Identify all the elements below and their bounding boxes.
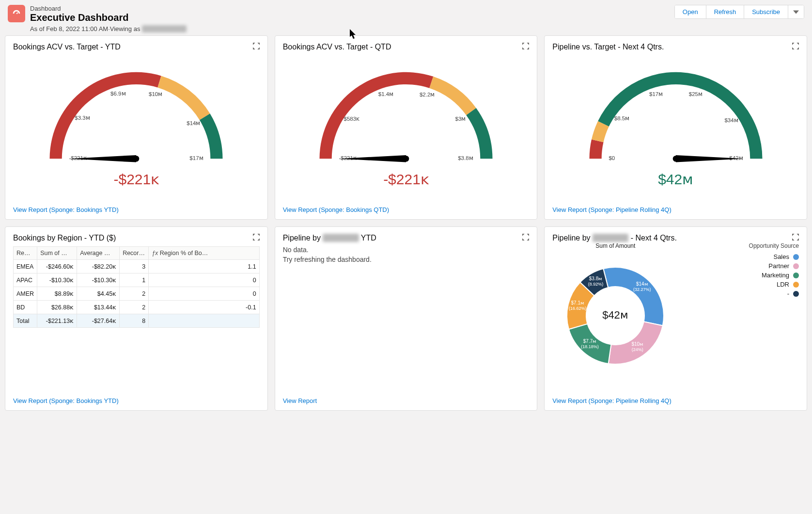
svg-text:$17ᴍ: $17ᴍ (649, 91, 663, 97)
legend-item[interactable]: Sales (683, 252, 799, 261)
gauge-chart: $0$8.5ᴍ$17ᴍ$25ᴍ$34ᴍ$42ᴍ $42ᴍ (552, 54, 799, 188)
card-bookings-by-region: Bookings by Region - YTD ($) Re… Sum of … (5, 226, 268, 411)
legend-item[interactable]: Marketing (683, 271, 799, 280)
chevron-down-icon (793, 9, 799, 15)
card-title: Pipeline by redacted - Next 4 Qtrs. (552, 234, 677, 242)
svg-text:$1.4ᴍ: $1.4ᴍ (378, 91, 393, 97)
header-actions: Open Refresh Subscribe (674, 5, 804, 19)
expand-icon[interactable] (253, 234, 260, 242)
th-pct[interactable]: ƒx Region % of Bo… (149, 247, 260, 260)
card-bookings-ytd: Bookings ACV vs. Target - YTD -$221ᴋ$3.3… (5, 35, 268, 220)
legend-title: Opportunity Source (683, 242, 799, 249)
expand-icon[interactable] (522, 234, 529, 242)
region-table: Re… Sum of … Average … Recor… ƒx Region … (13, 246, 260, 328)
svg-text:$7.1ᴍ: $7.1ᴍ (571, 300, 584, 305)
svg-text:$3.8ᴍ: $3.8ᴍ (458, 155, 473, 161)
svg-text:$0: $0 (609, 155, 615, 161)
donut-chart: $14ᴍ(32.27%)$10ᴍ(24%)$7.7ᴍ(18.18%)$7.1ᴍ(… (552, 250, 678, 376)
view-report-link[interactable]: View Report (Sponge: Bookings YTD) (13, 206, 119, 213)
gauge-value: -$221ᴋ (113, 171, 159, 188)
svg-text:$17ᴍ: $17ᴍ (190, 155, 203, 161)
svg-text:$583ᴋ: $583ᴋ (344, 116, 360, 122)
table-row[interactable]: EMEA -$246.60ᴋ-$82.20ᴋ31.1 (14, 260, 260, 273)
svg-text:$34ᴍ: $34ᴍ (724, 117, 738, 123)
svg-text:$3.8ᴍ: $3.8ᴍ (589, 276, 602, 281)
card-title: Pipeline by redacted YTD (283, 234, 376, 242)
svg-text:(8.92%): (8.92%) (588, 282, 604, 287)
legend: Opportunity Source SalesPartnerMarketing… (683, 242, 799, 298)
th-region[interactable]: Re… (14, 247, 37, 260)
expand-icon[interactable] (792, 43, 799, 51)
legend-item[interactable]: LDR (683, 280, 799, 289)
svg-text:$10ᴍ: $10ᴍ (149, 91, 162, 97)
gauge-value: $42ᴍ (658, 171, 693, 188)
view-report-link[interactable]: View Report (Sponge: Pipeline Rolling 4Q… (552, 397, 671, 404)
gauge-chart: -$221ᴋ$583ᴋ$1.4ᴍ$2.2ᴍ$3ᴍ$3.8ᴍ -$221ᴋ (283, 54, 530, 188)
page-header: Dashboard Executive Dashboard As of Feb … (0, 0, 812, 35)
dashboard-icon (8, 5, 25, 22)
view-report-link[interactable]: View Report (Sponge: Bookings QTD) (283, 206, 389, 213)
svg-text:$3.3ᴍ: $3.3ᴍ (75, 115, 90, 121)
meta-prefix: As of Feb 8, 2022 11:00 AM·Viewing as (30, 25, 140, 32)
th-avg[interactable]: Average … (77, 247, 120, 260)
svg-text:(32.27%): (32.27%) (633, 287, 651, 292)
svg-text:$14ᴍ: $14ᴍ (636, 281, 648, 287)
card-title: Bookings ACV vs. Target - QTD (283, 43, 391, 51)
table-header-row: Re… Sum of … Average … Recor… ƒx Region … (14, 247, 260, 260)
svg-text:$6.9ᴍ: $6.9ᴍ (110, 91, 125, 96)
svg-point-20 (672, 156, 679, 162)
view-report-link[interactable]: View Report (Sponge: Pipeline Rolling 4Q… (552, 206, 671, 213)
svg-text:(24%): (24%) (632, 347, 643, 352)
subscribe-button[interactable]: Subscribe (744, 5, 788, 18)
table-total-row: Total-$221.13ᴋ-$27.64ᴋ8 (14, 314, 260, 328)
th-sum[interactable]: Sum of … (37, 247, 77, 260)
th-record-count[interactable]: Recor… (120, 247, 149, 260)
svg-text:$25ᴍ: $25ᴍ (688, 91, 702, 97)
card-title: Pipeline vs. Target - Next 4 Qtrs. (552, 43, 664, 51)
card-title: Bookings by Region - YTD ($) (13, 234, 116, 242)
card-pipeline-target: Pipeline vs. Target - Next 4 Qtrs. $0$8.… (544, 35, 807, 220)
svg-text:$7.7ᴍ: $7.7ᴍ (583, 338, 596, 344)
card-title: Bookings ACV vs. Target - YTD (13, 43, 121, 51)
svg-text:(18.18%): (18.18%) (581, 344, 599, 349)
no-data-message: No data. Try refreshing the dashboard. (283, 245, 372, 264)
expand-icon[interactable] (792, 234, 799, 242)
gauge-value: -$221ᴋ (383, 171, 429, 188)
svg-text:$8.5ᴍ: $8.5ᴍ (614, 115, 629, 121)
expand-icon[interactable] (253, 43, 260, 51)
page-type: Dashboard (30, 5, 187, 12)
legend-item[interactable]: Partner (683, 261, 799, 271)
view-report-link[interactable]: View Report (Sponge: Bookings YTD) (13, 397, 119, 404)
page-meta: As of Feb 8, 2022 11:00 AM·Viewing as re… (30, 25, 187, 32)
svg-point-13 (403, 156, 409, 162)
table-row[interactable]: AMER $8.89ᴋ$4.45ᴋ20 (14, 287, 260, 301)
svg-text:$42ᴍ: $42ᴍ (602, 309, 628, 321)
view-report-link[interactable]: View Report (283, 397, 317, 404)
table-row[interactable]: BD $26.88ᴋ$13.44ᴋ2-0.1 (14, 301, 260, 314)
svg-text:$14ᴍ: $14ᴍ (187, 120, 201, 126)
svg-text:$3ᴍ: $3ᴍ (455, 116, 466, 122)
legend-item[interactable]: - (683, 289, 799, 298)
card-pipeline-ytd: Pipeline by redacted YTD No data. Try re… (275, 226, 538, 411)
expand-icon[interactable] (522, 43, 529, 51)
gauge-chart: -$221ᴋ$3.3ᴍ$6.9ᴍ$10ᴍ$14ᴍ$17ᴍ -$221ᴋ (13, 54, 260, 188)
more-actions-button[interactable] (788, 5, 804, 18)
table-row[interactable]: APAC -$10.30ᴋ-$10.30ᴋ10 (14, 273, 260, 287)
svg-text:$2.2ᴍ: $2.2ᴍ (420, 92, 435, 97)
viewing-as-user: redacted user (142, 25, 187, 32)
card-bookings-qtd: Bookings ACV vs. Target - QTD -$221ᴋ$583… (275, 35, 538, 220)
donut-subtitle: Sum of Amount (552, 242, 678, 249)
page-title: Executive Dashboard (30, 12, 187, 23)
refresh-button[interactable]: Refresh (706, 5, 745, 18)
card-pipeline-next4q: Pipeline by redacted - Next 4 Qtrs. Sum … (544, 226, 807, 411)
svg-text:$10ᴍ: $10ᴍ (632, 341, 644, 347)
svg-text:(16.62%): (16.62%) (569, 306, 587, 311)
open-button[interactable]: Open (675, 5, 706, 18)
svg-point-6 (133, 156, 140, 162)
